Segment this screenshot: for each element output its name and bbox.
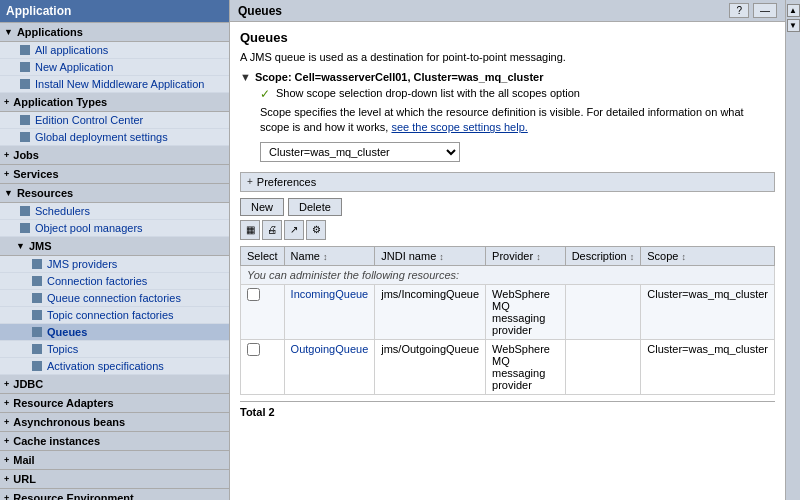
services-label: Services xyxy=(13,168,58,180)
outgoing-queue-link[interactable]: OutgoingQueue xyxy=(291,343,369,355)
jdbc-label: JDBC xyxy=(13,378,43,390)
col-scope[interactable]: Scope ↕ xyxy=(641,246,775,265)
sidebar-item-schedulers[interactable]: Schedulers xyxy=(0,203,229,220)
delete-button[interactable]: Delete xyxy=(288,198,342,216)
expand-icon-url: + xyxy=(4,474,9,484)
sidebar-section-applications[interactable]: ▼ Applications xyxy=(0,23,229,42)
scope-label: Scope: Cell=wasserverCell01, Cluster=was… xyxy=(255,71,544,83)
sidebar-item-edition-control[interactable]: Edition Control Center xyxy=(0,112,229,129)
scope-dropdown[interactable]: Cluster=was_mq_cluster xyxy=(260,142,460,162)
sidebar-section-jobs[interactable]: + Jobs xyxy=(0,146,229,165)
scope-settings-link[interactable]: see the scope settings help. xyxy=(391,121,527,133)
sidebar: Application ▼ Applications All applicati… xyxy=(0,0,230,500)
sidebar-item-topics[interactable]: Topics xyxy=(0,341,229,358)
sidebar-section-application-types[interactable]: + Application Types xyxy=(0,93,229,112)
item-icon xyxy=(20,79,30,89)
main-title: Queues xyxy=(238,4,282,18)
all-applications-link[interactable]: All applications xyxy=(35,44,108,56)
resource-environment-label: Resource Environment xyxy=(13,492,133,500)
install-middleware-link[interactable]: Install New Middleware Application xyxy=(35,78,204,90)
sidebar-item-object-pool-managers[interactable]: Object pool managers xyxy=(0,220,229,237)
item-icon xyxy=(20,45,30,55)
export-icon-btn[interactable]: ↗ xyxy=(284,220,304,240)
new-button[interactable]: New xyxy=(240,198,284,216)
collapse-button[interactable]: — xyxy=(753,3,777,18)
row1-select xyxy=(241,284,285,339)
right-panel: ▲ ▼ xyxy=(785,0,800,500)
expand-icon-jms: ▼ xyxy=(16,241,25,251)
schedulers-link[interactable]: Schedulers xyxy=(35,205,90,217)
sidebar-top-label: Application xyxy=(0,0,229,23)
item-icon xyxy=(32,344,42,354)
sidebar-section-resource-adapters[interactable]: + Resource Adapters xyxy=(0,394,229,413)
right-btn-2[interactable]: ▼ xyxy=(787,19,800,32)
sidebar-section-resource-environment[interactable]: + Resource Environment xyxy=(0,489,229,500)
row1-checkbox[interactable] xyxy=(247,288,260,301)
expand-icon-services: + xyxy=(4,169,9,179)
global-deployment-link[interactable]: Global deployment settings xyxy=(35,131,168,143)
preferences-icon-btn[interactable]: ⚙ xyxy=(306,220,326,240)
print-icon-btn[interactable]: 🖨 xyxy=(262,220,282,240)
jobs-label: Jobs xyxy=(13,149,39,161)
filter-icon-btn[interactable]: ▦ xyxy=(240,220,260,240)
sidebar-item-global-deployment[interactable]: Global deployment settings xyxy=(0,129,229,146)
sidebar-section-cache-instances[interactable]: + Cache instances xyxy=(0,432,229,451)
topic-connection-factories-link[interactable]: Topic connection factories xyxy=(47,309,174,321)
resources-label: Resources xyxy=(17,187,73,199)
sidebar-section-jms[interactable]: ▼ JMS xyxy=(0,237,229,256)
row2-checkbox[interactable] xyxy=(247,343,260,356)
activation-specs-link[interactable]: Activation specifications xyxy=(47,360,164,372)
sidebar-item-new-application[interactable]: New Application xyxy=(0,59,229,76)
queue-connection-factories-link[interactable]: Queue connection factories xyxy=(47,292,181,304)
resource-adapters-label: Resource Adapters xyxy=(13,397,113,409)
col-provider[interactable]: Provider ↕ xyxy=(486,246,566,265)
help-button[interactable]: ? xyxy=(729,3,749,18)
edition-control-link[interactable]: Edition Control Center xyxy=(35,114,143,126)
main-panel: Queues ? — Queues A JMS queue is used as… xyxy=(230,0,785,500)
expand-icon-resource-adapters: + xyxy=(4,398,9,408)
title-bar-buttons: ? — xyxy=(729,3,777,18)
icon-toolbar: ▦ 🖨 ↗ ⚙ xyxy=(240,220,775,240)
scope-dropdown-row: Cluster=was_mq_cluster xyxy=(260,142,775,162)
sidebar-item-queue-connection-factories[interactable]: Queue connection factories xyxy=(0,290,229,307)
sidebar-section-async-beans[interactable]: + Asynchronous beans xyxy=(0,413,229,432)
preferences-row[interactable]: + Preferences xyxy=(240,172,775,192)
sidebar-section-resources[interactable]: ▼ Resources xyxy=(0,184,229,203)
connection-factories-link[interactable]: Connection factories xyxy=(47,275,147,287)
sidebar-section-mail[interactable]: + Mail xyxy=(0,451,229,470)
incoming-queue-link[interactable]: IncomingQueue xyxy=(291,288,369,300)
col-name[interactable]: Name ↕ xyxy=(284,246,375,265)
col-description[interactable]: Description ↕ xyxy=(565,246,641,265)
sidebar-item-topic-connection-factories[interactable]: Topic connection factories xyxy=(0,307,229,324)
row1-scope: Cluster=was_mq_cluster xyxy=(641,284,775,339)
scope-checkbox-label[interactable]: Show scope selection drop-down list with… xyxy=(276,87,580,99)
sidebar-item-all-applications[interactable]: All applications xyxy=(0,42,229,59)
row2-scope: Cluster=was_mq_cluster xyxy=(641,339,775,394)
sidebar-section-services[interactable]: + Services xyxy=(0,165,229,184)
sidebar-item-jms-providers[interactable]: JMS providers xyxy=(0,256,229,273)
topics-link[interactable]: Topics xyxy=(47,343,78,355)
right-btn-1[interactable]: ▲ xyxy=(787,4,800,17)
scope-cluster: was_mq_cluster xyxy=(458,71,544,83)
scope-expand-icon[interactable]: ▼ xyxy=(240,71,251,83)
scope-row: ▼ Scope: Cell=wasserverCell01, Cluster=w… xyxy=(240,71,775,83)
row2-jndi: jms/OutgoingQueue xyxy=(375,339,486,394)
expand-icon-async-beans: + xyxy=(4,417,9,427)
sidebar-item-connection-factories[interactable]: Connection factories xyxy=(0,273,229,290)
sort-icon-description: ↕ xyxy=(630,252,635,262)
queues-link[interactable]: Queues xyxy=(47,326,87,338)
mail-label: Mail xyxy=(13,454,34,466)
expand-icon-app-types: + xyxy=(4,97,9,107)
sidebar-item-activation-specs[interactable]: Activation specifications xyxy=(0,358,229,375)
sidebar-item-queues[interactable]: Queues xyxy=(0,324,229,341)
sidebar-item-install-middleware[interactable]: Install New Middleware Application xyxy=(0,76,229,93)
jms-providers-link[interactable]: JMS providers xyxy=(47,258,117,270)
new-application-link[interactable]: New Application xyxy=(35,61,113,73)
sidebar-section-url[interactable]: + URL xyxy=(0,470,229,489)
object-pool-managers-link[interactable]: Object pool managers xyxy=(35,222,143,234)
sidebar-section-jdbc[interactable]: + JDBC xyxy=(0,375,229,394)
expand-icon-jdbc: + xyxy=(4,379,9,389)
row1-jndi: jms/IncomingQueue xyxy=(375,284,486,339)
col-jndi[interactable]: JNDI name ↕ xyxy=(375,246,486,265)
toolbar: New Delete xyxy=(240,198,775,216)
